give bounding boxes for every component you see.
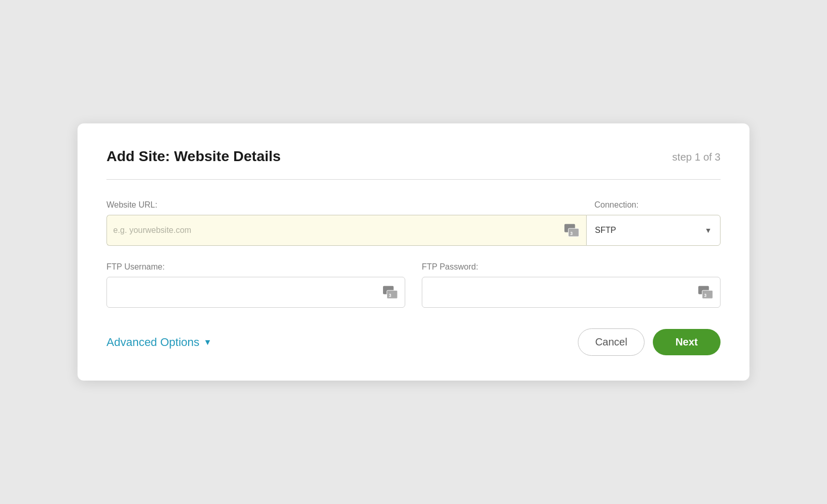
ftp-password-field: FTP Password: 3: [422, 262, 721, 308]
footer-row: Advanced Options ▼ Cancel Next: [106, 328, 721, 356]
connection-section: Connection: SFTP ▼: [586, 200, 721, 246]
add-site-dialog: Add Site: Website Details step 1 of 3 We…: [78, 123, 749, 381]
autofill-icon: 3: [563, 223, 580, 238]
connection-select[interactable]: SFTP ▼: [586, 215, 721, 246]
connection-label: Connection:: [586, 200, 721, 210]
ftp-password-input[interactable]: [428, 288, 697, 297]
website-url-label: Website URL:: [106, 200, 586, 210]
ftp-username-input[interactable]: [113, 288, 382, 297]
advanced-options-label: Advanced Options: [106, 336, 200, 349]
ftp-username-label: FTP Username:: [106, 262, 405, 272]
divider: [106, 179, 721, 180]
ftp-username-wrapper: 3: [106, 277, 405, 308]
svg-text:3: 3: [570, 231, 573, 236]
svg-text:3: 3: [389, 293, 391, 298]
website-url-input[interactable]: [113, 226, 563, 235]
ftp-username-field: FTP Username: 3: [106, 262, 405, 308]
cancel-button[interactable]: Cancel: [578, 328, 644, 356]
credentials-row: FTP Username: 3 FTP Password:: [106, 262, 721, 308]
ftp-password-label: FTP Password:: [422, 262, 721, 272]
ftp-username-autofill-icon: 3: [382, 285, 399, 300]
action-buttons: Cancel Next: [578, 328, 721, 356]
website-url-section: Website URL: 3: [106, 200, 586, 246]
url-input-wrapper: 3: [106, 215, 586, 246]
ftp-password-wrapper: 3: [422, 277, 721, 308]
step-indicator: step 1 of 3: [672, 148, 721, 163]
chevron-down-icon: ▼: [705, 226, 712, 234]
ftp-password-autofill-icon: 3: [697, 285, 714, 300]
connection-value: SFTP: [595, 226, 705, 235]
advanced-options-link[interactable]: Advanced Options ▼: [106, 336, 212, 349]
header-row: Add Site: Website Details step 1 of 3: [106, 148, 721, 165]
url-connection-row: Website URL: 3 Connection: SFTP ▼: [106, 200, 721, 246]
next-button[interactable]: Next: [653, 329, 721, 355]
advanced-options-chevron-icon: ▼: [204, 338, 212, 347]
svg-text:3: 3: [704, 293, 707, 298]
page-title: Add Site: Website Details: [106, 148, 281, 165]
